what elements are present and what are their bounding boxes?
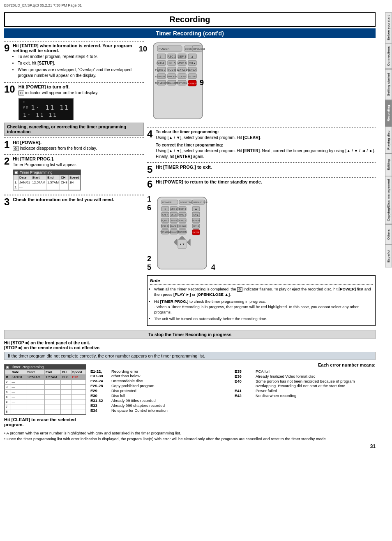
footer-notes: • A program with the error number is hig… bbox=[4, 430, 376, 442]
step-3-number: 3 bbox=[4, 197, 9, 207]
svg-text:MENU/LIST: MENU/LIST bbox=[166, 82, 178, 84]
col-num bbox=[14, 175, 18, 180]
svg-text:DISPLAY: DISPLAY bbox=[161, 225, 170, 228]
display-image-area: ⊙ PM 1· 11 11 1· 11 11 bbox=[18, 98, 98, 120]
col-ch2: CH bbox=[61, 369, 71, 374]
step-1-body: ⊙ indicator disappears from the front di… bbox=[13, 146, 97, 151]
tab-espanol[interactable]: Español bbox=[385, 245, 392, 267]
table-row: 8.— bbox=[5, 409, 86, 414]
timer-table-2: ▣ Timer Programming Date Start End CH Sp… bbox=[4, 364, 86, 415]
error-col-right: E35 PCA full E36 Already finalized Video… bbox=[235, 369, 376, 413]
left-col-top: 9 Hit [ENTER] when information is entere… bbox=[4, 41, 144, 327]
svg-text:DEF 3: DEF 3 bbox=[178, 55, 186, 58]
svg-text:REPEAT: REPEAT bbox=[192, 219, 200, 222]
timer-table-1: ▣ Timer Programming Date Start End CH bbox=[13, 169, 81, 190]
error-desc-e41: Power failed bbox=[256, 388, 376, 393]
tab-connections[interactable]: Connections bbox=[385, 43, 392, 69]
table-row: 2.— bbox=[5, 379, 86, 384]
error-row-e34: E34 No space for Control information bbox=[90, 408, 231, 413]
error-row-e40: E40 Some portion has not been recorded b… bbox=[235, 379, 376, 388]
table-row-highlighted: ✱JAN/0112:57AM1:57AMCH8E22 bbox=[5, 374, 86, 379]
tab-editing[interactable]: Editing bbox=[385, 153, 392, 176]
page-number: 31 bbox=[4, 443, 376, 449]
step-4-correct-body: Using [▲ / ▼], select your desired progr… bbox=[156, 149, 375, 159]
note-title: Note bbox=[150, 278, 373, 285]
timer-table-header-1: ▣ Timer Programming bbox=[13, 170, 81, 175]
step-marker-4-right: 4 bbox=[211, 263, 215, 272]
error-desc-e30: Disc full bbox=[111, 393, 231, 398]
step-marker-16: 16 bbox=[147, 195, 151, 212]
file-info-bar: E6720UD_ENSP.qx3 05.2.21 7:38 PM Page 31 bbox=[4, 3, 388, 7]
table-row: 4.— bbox=[5, 389, 86, 394]
step-9-bullet-3: When programs are overlapped, "Overlap" … bbox=[18, 67, 144, 79]
tab-getting-started[interactable]: Getting started bbox=[385, 69, 392, 100]
col-end2: End bbox=[45, 369, 61, 374]
step-4-section: 4 To clear the timer programming: Using … bbox=[147, 127, 376, 160]
main-content: Recording Timer Recording (cont'd) 9 Hit… bbox=[4, 12, 376, 537]
sub-section-header: Checking, canceling, or correcting the t… bbox=[4, 123, 144, 136]
tab-recording[interactable]: Recording bbox=[385, 100, 392, 127]
page-title: Recording bbox=[4, 12, 376, 27]
step-9-number: 9 bbox=[4, 43, 9, 53]
error-code-e34: E34 bbox=[90, 408, 109, 413]
svg-text:ENTER: ENTER bbox=[193, 231, 200, 234]
footer-note-2: • Once the timer programming list with e… bbox=[4, 436, 376, 442]
svg-text:OPEN/CLOSE: OPEN/CLOSE bbox=[193, 48, 205, 50]
error-code-e42: E42 bbox=[235, 393, 253, 398]
svg-text:PQRS 7: PQRS 7 bbox=[155, 68, 166, 72]
col-date2: Date bbox=[11, 369, 26, 374]
error-row-e23: E23-24 Unrecordable disc bbox=[90, 378, 231, 383]
table-row: 3.— bbox=[5, 384, 86, 389]
col-speed2: Speed bbox=[71, 369, 85, 374]
error-col-left: E1-22, E37-38 Recording errorother than … bbox=[90, 369, 231, 413]
step-3-section: 3 Check the information on the list you … bbox=[4, 195, 144, 207]
svg-text:CLEAR: CLEAR bbox=[178, 75, 187, 78]
error-codes-container: E1-22, E37-38 Recording errorother than … bbox=[90, 369, 376, 413]
svg-text:DISPLAY: DISPLAY bbox=[155, 75, 166, 78]
error-desc-e23: Unrecordable disc bbox=[111, 378, 231, 383]
step-1-section: 1 Hit [POWER]. ⊙ indicator disappears fr… bbox=[4, 137, 144, 151]
svg-text:GHI 4: GHI 4 bbox=[162, 214, 168, 216]
svg-text:MNO 6: MNO 6 bbox=[178, 62, 187, 65]
clear-instruction: Hit [CLEAR] to erase the selected progra… bbox=[4, 417, 86, 427]
tab-playing-disc[interactable]: Playing disc bbox=[385, 127, 392, 153]
col-ch: CH bbox=[60, 175, 68, 180]
file-info-text: E6720UD_ENSP.qx3 05.2.21 7:38 PM Page 31 bbox=[4, 3, 82, 7]
footer-note-1: • A program with the error number is hig… bbox=[4, 430, 376, 436]
note-item-1: When all the Timer Recording is complete… bbox=[154, 286, 373, 297]
error-codes-header: Each error number means: bbox=[90, 362, 376, 367]
display-screen: ⊙ PM 1· 11 11 1· 11 11 bbox=[18, 98, 74, 120]
svg-text:CH▲: CH▲ bbox=[189, 62, 196, 65]
step-2-number: 2 bbox=[4, 156, 9, 166]
col-start: Start bbox=[31, 175, 46, 180]
svg-text:ENTER: ENTER bbox=[188, 82, 197, 85]
tab-copying[interactable]: Copying/Disc management bbox=[385, 176, 392, 224]
step-5-number: 5 bbox=[147, 165, 152, 174]
steps-4-5-6: 4 To clear the timer programming: Using … bbox=[147, 127, 376, 192]
step-3-title: Check the information on the list you wi… bbox=[13, 197, 114, 202]
svg-text:SPACE 0: SPACE 0 bbox=[170, 225, 178, 228]
error-code-e40: E40 bbox=[235, 379, 253, 383]
error-code-e35: E35 bbox=[235, 369, 253, 374]
error-row-e35: E35 PCA full bbox=[235, 369, 376, 374]
error-row-e41: E41 Power failed bbox=[235, 388, 376, 393]
error-desc-e33: Already 999 chapters recorded bbox=[111, 403, 231, 408]
table-row: 7.— bbox=[5, 404, 86, 409]
error-row-e42: E42 No disc when recording bbox=[235, 393, 376, 398]
svg-text:9: 9 bbox=[200, 79, 204, 87]
step-10-body: ⊙ indicator will appear on the front dis… bbox=[18, 90, 98, 96]
tab-others[interactable]: Others bbox=[385, 224, 392, 245]
svg-text:PQRS 7: PQRS 7 bbox=[161, 219, 169, 222]
remote-image-bottom: POWER ZOOM TIMER OPEN/CLOSE 1 ABC 2 DEF … bbox=[155, 195, 209, 271]
step-10-title: Hit [POWER] to turn off. bbox=[18, 84, 98, 89]
svg-text:WXYZ 9: WXYZ 9 bbox=[179, 219, 187, 222]
col-date: Date bbox=[18, 175, 31, 180]
col-num2 bbox=[5, 369, 11, 374]
step-5-section: 5 Hit [TIMER PROG.] to exit. bbox=[147, 162, 376, 174]
svg-text:ABC 2: ABC 2 bbox=[168, 55, 176, 58]
tab-before-you-start[interactable]: Before you start bbox=[385, 12, 392, 43]
right-tabs: Before you start Connections Getting sta… bbox=[385, 12, 392, 267]
error-code-e36: E36 bbox=[235, 374, 253, 378]
top-content-columns: 9 Hit [ENTER] when information is entere… bbox=[4, 41, 376, 327]
error-row-e33: E33 Already 999 chapters recorded bbox=[90, 403, 231, 408]
